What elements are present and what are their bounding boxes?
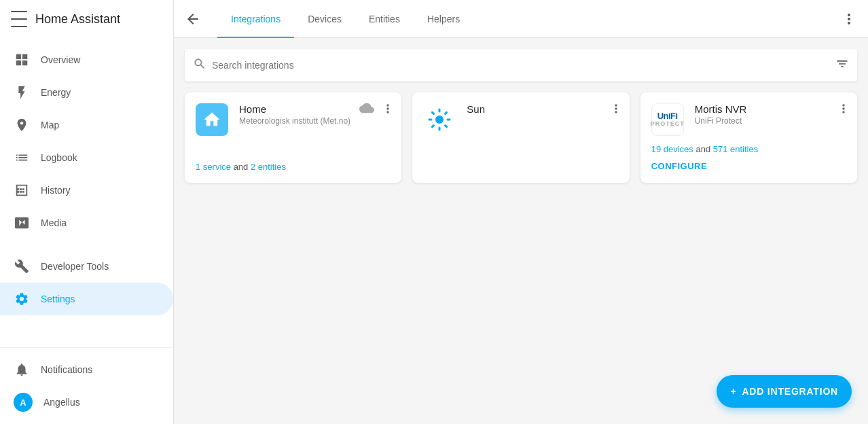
sidebar-item-label: Angellus [43, 397, 80, 408]
entities-link[interactable]: 2 entities [251, 162, 286, 172]
content-area: Home Meteorologisk institutt (Met.no) 1 … [174, 38, 868, 424]
back-button[interactable] [179, 5, 206, 33]
sidebar-item-label: Notifications [41, 364, 92, 375]
integration-title: Mortis NVR [695, 103, 846, 115]
sidebar-item-overview[interactable]: Overview [0, 43, 173, 76]
sidebar-item-logbook[interactable]: Logbook [0, 141, 173, 174]
sidebar-nav: Overview Energy Map Logbook [0, 38, 173, 347]
tab-devices[interactable]: Devices [294, 1, 355, 38]
energy-icon [14, 84, 30, 101]
integration-card-mortis-nvr: UniFi PROTECT Mortis NVR UniFi Protect 1… [640, 92, 857, 183]
sidebar-item-media[interactable]: Media [0, 207, 173, 239]
sidebar-item-label: Settings [41, 294, 75, 304]
map-icon [14, 117, 30, 133]
card-links: 19 devices and 571 entities [651, 144, 846, 154]
app-title: Home Assistant [35, 12, 120, 26]
search-input[interactable] [212, 60, 830, 71]
media-icon [14, 215, 30, 231]
menu-icon[interactable] [11, 11, 27, 27]
fab-label: ADD INTEGRATION [742, 386, 838, 397]
devices-link[interactable]: 19 devices [651, 144, 693, 154]
card-links: 1 service and 2 entities [196, 162, 391, 172]
sidebar-item-settings[interactable]: Settings [0, 283, 173, 315]
search-bar [185, 49, 857, 82]
settings-icon [14, 291, 30, 307]
sidebar-item-map[interactable]: Map [0, 109, 173, 141]
bell-icon [14, 361, 30, 378]
cloud-icon [359, 101, 374, 119]
sidebar-item-user[interactable]: A Angellus [0, 386, 173, 419]
configure-button[interactable]: CONFIGURE [651, 161, 708, 171]
integration-subtitle: UniFi Protect [695, 116, 846, 126]
sidebar-item-label: Map [41, 120, 59, 130]
card-header: UniFi PROTECT Mortis NVR UniFi Protect [651, 103, 846, 136]
sidebar-item-history[interactable]: History [0, 174, 173, 207]
integration-card-home: Home Meteorologisk institutt (Met.no) 1 … [185, 92, 401, 183]
tab-helpers[interactable]: Helpers [414, 1, 473, 38]
unifi-logo: UniFi PROTECT [651, 103, 684, 136]
add-integration-button[interactable]: + ADD INTEGRATION [717, 375, 852, 408]
home-logo [196, 103, 228, 136]
card-header: Sun [423, 103, 618, 136]
sidebar-item-label: Developer Tools [41, 261, 109, 272]
sidebar-item-label: Media [41, 217, 67, 228]
service-link[interactable]: 1 service [196, 162, 231, 172]
integration-title: Sun [467, 103, 618, 115]
sidebar: Home Assistant Overview Energy Map [0, 0, 174, 424]
overview-icon [14, 52, 30, 68]
card-more-button[interactable] [833, 98, 854, 120]
card-more-button[interactable] [605, 98, 627, 120]
sidebar-item-label: History [41, 185, 71, 196]
integrations-grid: Home Meteorologisk institutt (Met.no) 1 … [185, 92, 857, 183]
developer-tools-icon [14, 258, 30, 275]
sun-logo [423, 103, 456, 136]
filter-icon[interactable] [835, 57, 849, 73]
main-content: Integrations Devices Entities Helpers [174, 0, 868, 424]
topbar-tabs: Integrations Devices Entities Helpers [212, 0, 830, 37]
card-configure: CONFIGURE [651, 160, 846, 172]
sidebar-item-energy[interactable]: Energy [0, 76, 173, 109]
sidebar-item-label: Logbook [41, 152, 77, 163]
topbar: Integrations Devices Entities Helpers [174, 0, 868, 38]
sidebar-header: Home Assistant [0, 0, 173, 38]
logbook-icon [14, 149, 30, 166]
search-icon [193, 57, 206, 73]
sidebar-item-developer-tools[interactable]: Developer Tools [0, 250, 173, 283]
tab-entities[interactable]: Entities [355, 1, 414, 38]
card-info: Sun [467, 103, 618, 116]
card-more-button[interactable] [377, 98, 399, 120]
history-icon [14, 182, 30, 198]
sidebar-item-label: Energy [41, 87, 71, 98]
sidebar-bottom: Notifications A Angellus [0, 347, 173, 424]
sidebar-item-notifications[interactable]: Notifications [0, 353, 173, 386]
svg-point-0 [435, 116, 444, 124]
entities-link[interactable]: 571 entities [713, 144, 759, 154]
fab-plus-icon: + [730, 386, 736, 397]
integration-card-sun: Sun [412, 92, 629, 183]
card-info: Mortis NVR UniFi Protect [695, 103, 846, 126]
topbar-more-button[interactable] [835, 5, 863, 33]
tab-integrations[interactable]: Integrations [217, 1, 294, 38]
avatar: A [14, 393, 33, 412]
sidebar-item-label: Overview [41, 54, 80, 65]
